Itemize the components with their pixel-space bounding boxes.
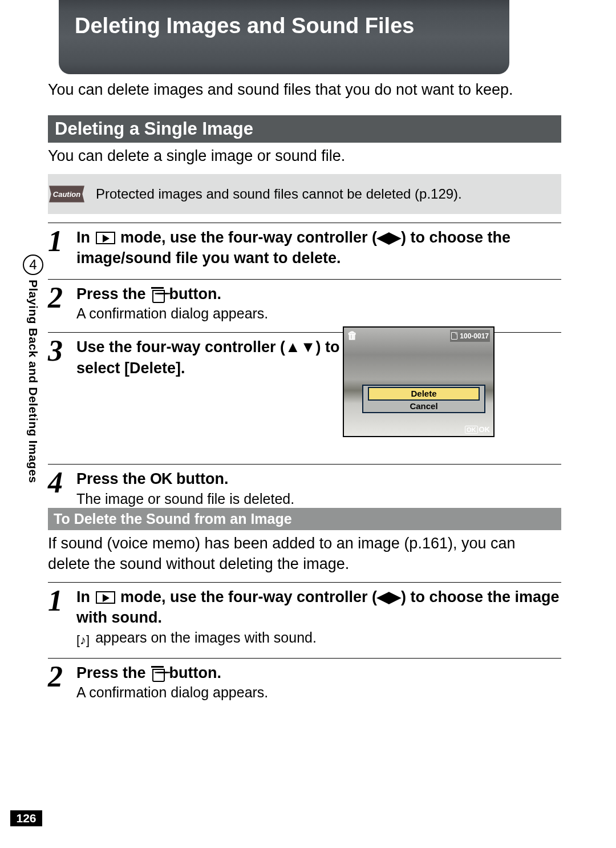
intro-text: You can delete images and sound files th… (48, 81, 513, 99)
step-text: appears on the images with sound. (91, 629, 317, 645)
step-text: Press the (76, 664, 150, 681)
page-title: Deleting Images and Sound Files (59, 0, 509, 74)
step-text: In (76, 588, 95, 605)
section-heading: Deleting a Single Image (48, 115, 561, 143)
side-tab: 4 Playing Back and Deleting Images (23, 255, 43, 483)
ok-label: OK (479, 425, 491, 434)
ok-icon: OK (150, 470, 172, 487)
caution-badge: Caution (49, 184, 84, 204)
step-text: Press the (76, 285, 150, 302)
voice-memo-icon: [♪] (76, 633, 90, 648)
step-title: Press the OK button. (76, 469, 561, 489)
lcd-ok-hint: OK OK (465, 425, 490, 434)
playback-icon (96, 232, 115, 244)
subsection-text: If sound (voice memo) has been added to … (48, 533, 561, 575)
ok-badge-icon: OK (465, 426, 478, 434)
step-title: Press the button. (76, 663, 561, 683)
lcd-menu-cancel: Cancel (363, 401, 484, 412)
step-number: 2 (48, 284, 76, 322)
chapter-number: 4 (23, 255, 43, 275)
step-desc: A confirmation dialog appears. (76, 305, 561, 322)
section-intro: You can delete a single image or sound f… (48, 147, 345, 165)
step-number: 1 (48, 587, 76, 648)
steps-list-b: 1 In mode, use the four-way controller (… (48, 582, 561, 711)
step-number: 1 (48, 227, 76, 269)
step-desc: [♪] appears on the images with sound. (76, 629, 561, 648)
step-title: In mode, use the four-way controller (◀▶… (76, 227, 561, 269)
trash-icon (151, 665, 164, 680)
step-text: button. (169, 285, 221, 302)
step-text: button. (169, 664, 221, 681)
step-b2: 2 Press the button. A confirmation dialo… (48, 658, 561, 701)
step-4: 4 Press the OK button. The image or soun… (48, 464, 561, 507)
step-desc: A confirmation dialog appears. (76, 684, 561, 701)
step-number: 3 (48, 337, 76, 378)
step-text: mode, use the four-way controller (◀▶) t… (76, 229, 510, 266)
step-text: In (76, 229, 95, 246)
step-text: mode, use the four-way controller (◀▶) t… (76, 588, 560, 626)
step-desc: The image or sound file is deleted. (76, 491, 561, 507)
card-icon (451, 332, 457, 340)
step-title: Press the button. (76, 284, 561, 304)
step-b1: 1 In mode, use the four-way controller (… (48, 582, 561, 648)
chapter-label: Playing Back and Deleting Images (26, 280, 40, 483)
step-2: 2 Press the button. A confirmation dialo… (48, 279, 561, 322)
caution-text: Protected images and sound files cannot … (96, 186, 462, 202)
trash-icon (151, 286, 164, 301)
page-number: 126 (10, 810, 42, 826)
playback-icon (96, 591, 115, 604)
step-number: 4 (48, 469, 76, 507)
caution-box: Caution Protected images and sound files… (48, 174, 561, 214)
lcd-menu-selected: Delete (368, 387, 480, 401)
step-number: 2 (48, 663, 76, 701)
step-text: Press the (76, 470, 150, 487)
step-title: In mode, use the four-way controller (◀▶… (76, 587, 561, 628)
subsection-heading: To Delete the Sound from an Image (48, 508, 561, 530)
step-1: 1 In mode, use the four-way controller (… (48, 223, 561, 269)
lcd-file-number: 100-0017 (450, 330, 490, 342)
step-text: button. (176, 470, 228, 487)
lcd-screenshot: 🗑 100-0017 Delete Cancel OK OK (343, 326, 495, 437)
lcd-menu: Delete Cancel (362, 385, 485, 413)
step-title: Use the four-way controller (▲▼) to sele… (76, 337, 356, 378)
lcd-trash-icon: 🗑 (347, 330, 358, 342)
